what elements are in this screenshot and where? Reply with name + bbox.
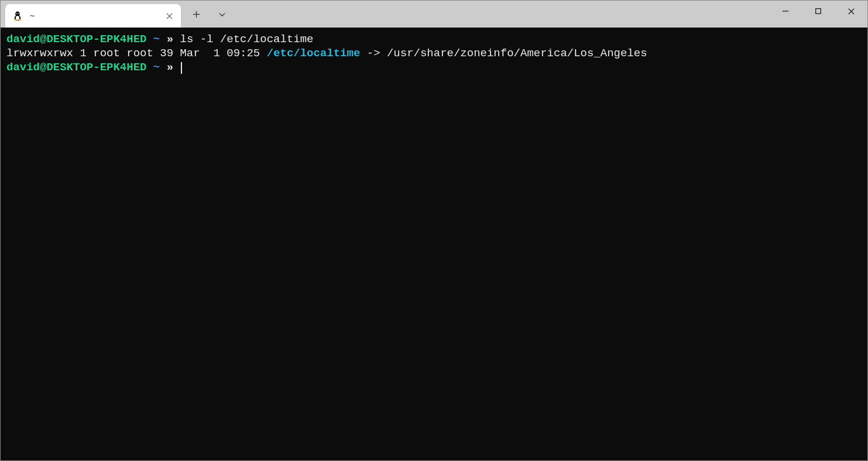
prompt-user: david@DESKTOP-EPK4HED [6,33,146,46]
svg-rect-14 [816,9,821,14]
maximize-button[interactable] [802,1,835,22]
terminal-window: ~ [0,0,868,461]
ls-target: /usr/share/zoneinfo/America/Los_Angeles [387,47,647,60]
svg-point-6 [18,13,19,14]
tab-actions [181,1,230,28]
prompt-path: ~ [153,33,160,46]
tab-dropdown-button[interactable] [214,6,230,22]
ls-symlink: /etc/localtime [267,47,361,60]
tab-title: ~ [30,11,164,21]
svg-point-8 [19,19,22,21]
svg-point-7 [14,19,17,21]
prompt-path: ~ [153,61,160,74]
tab-active[interactable]: ~ [5,4,181,28]
prompt-sep: » [167,33,173,46]
close-button[interactable] [835,1,867,22]
cursor [181,62,182,74]
terminal-body[interactable]: david@DESKTOP-EPK4HED ~ » ls -l /etc/loc… [1,28,867,460]
terminal-line: lrwxrwxrwx 1 root root 39 Mar 1 09:25 /e… [6,46,862,60]
ls-permissions: lrwxrwxrwx 1 root root 39 Mar 1 09:25 [6,47,267,60]
tab-close-button[interactable] [164,11,174,21]
tux-icon [12,11,23,21]
window-controls [769,1,867,22]
new-tab-button[interactable] [188,6,204,22]
titlebar[interactable]: ~ [1,1,867,28]
terminal-line: david@DESKTOP-EPK4HED ~ » [6,60,862,74]
minimize-button[interactable] [769,1,802,22]
terminal-line: david@DESKTOP-EPK4HED ~ » ls -l /etc/loc… [6,32,862,46]
prompt-user: david@DESKTOP-EPK4HED [6,61,146,74]
prompt-sep: » [167,61,173,74]
command-text: ls -l /etc/localtime [180,33,313,46]
svg-point-5 [16,13,17,14]
ls-arrow: -> [360,47,387,60]
